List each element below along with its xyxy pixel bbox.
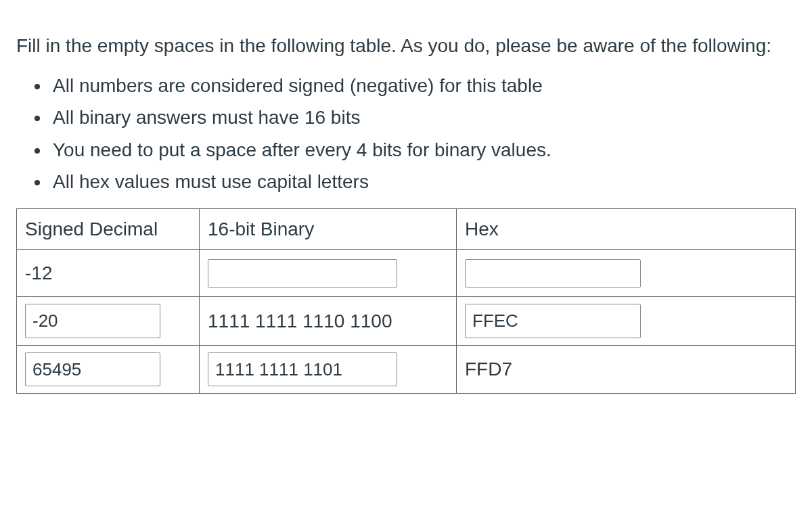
table-row: 65495 1111 1111 1101 FFD7 <box>17 345 796 393</box>
header-16bit-binary: 16-bit Binary <box>200 208 457 249</box>
table-header-row: Signed Decimal 16-bit Binary Hex <box>17 208 796 249</box>
bullet-item: You need to put a space after every 4 bi… <box>50 137 796 163</box>
instruction-text: Fill in the empty spaces in the followin… <box>16 32 796 59</box>
header-signed-decimal: Signed Decimal <box>17 208 200 249</box>
bullet-item: All hex values must use capital letters <box>50 168 796 195</box>
hex-input[interactable]: FFEC <box>465 304 641 338</box>
conversion-table: Signed Decimal 16-bit Binary Hex -12 -20… <box>16 208 796 394</box>
cell-decimal-static: -12 <box>25 262 52 283</box>
cell-hex-static: FFD7 <box>465 359 512 380</box>
binary-input[interactable]: 1111 1111 1101 <box>208 352 397 386</box>
table-row: -12 <box>17 250 796 297</box>
instruction-list: All numbers are considered signed (negat… <box>16 72 796 195</box>
binary-input[interactable] <box>208 259 397 288</box>
header-hex: Hex <box>457 208 796 249</box>
bullet-item: All binary answers must have 16 bits <box>50 104 796 131</box>
hex-input[interactable] <box>465 259 641 288</box>
table-row: -20 1111 1111 1110 1100 FFEC <box>17 297 796 345</box>
decimal-input[interactable]: -20 <box>25 304 160 338</box>
decimal-input[interactable]: 65495 <box>25 352 160 386</box>
cell-binary-static: 1111 1111 1110 1100 <box>208 311 392 331</box>
bullet-item: All numbers are considered signed (negat… <box>50 72 796 99</box>
